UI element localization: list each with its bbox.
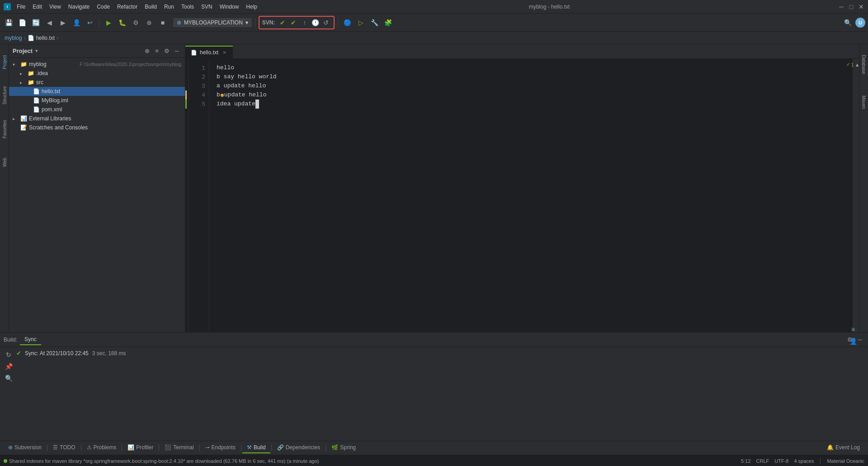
tab-web[interactable]: Web (0, 147, 9, 178)
code-content[interactable]: hello b say hello world a update hello b… (209, 59, 853, 332)
run-config-btn[interactable]: ▷ (355, 17, 367, 29)
user-avatar[interactable]: U (855, 18, 865, 28)
tree-ext-libs[interactable]: 📊 External Libraries (9, 114, 185, 123)
minimize-button[interactable]: ─ (838, 4, 844, 10)
editor-area: 📄 hello.txt ✕ 1 2 3 4 5 h (185, 44, 859, 332)
status-text: Shared indexes for maven library *org.sp… (9, 458, 319, 464)
tree-src[interactable]: 📁 src (9, 78, 185, 87)
menu-tools[interactable]: Tools (178, 3, 197, 11)
tab-sep-1 (47, 445, 47, 451)
tab-build[interactable]: ⚒ Build (242, 442, 270, 453)
undo-button[interactable]: ↩ (84, 17, 96, 29)
tab-event-log[interactable]: 🔔 Event Log (822, 442, 864, 453)
maximize-button[interactable]: □ (848, 4, 854, 10)
status-message[interactable]: Shared indexes for maven library *org.sp… (4, 458, 319, 464)
forward-button[interactable]: ▶ (57, 17, 69, 29)
back-button[interactable]: ◀ (43, 17, 55, 29)
sync-tab[interactable]: Sync (20, 334, 41, 345)
tree-myblog-iml[interactable]: 📄 MyBlog.iml (9, 96, 185, 105)
run-button[interactable]: ▶ (103, 17, 114, 29)
svn-right-btn-2[interactable]: 👤 (848, 336, 858, 346)
tab-close-btn[interactable]: ✕ (221, 49, 227, 56)
breadcrumb-myblog[interactable]: myblog (5, 35, 22, 41)
status-theme[interactable]: Material Oceanic (827, 458, 864, 464)
tab-database[interactable]: Database (860, 46, 868, 82)
iml-label: MyBlog.iml (42, 97, 181, 104)
tab-endpoints[interactable]: ⇀ Endpoints (201, 442, 240, 453)
sync-button[interactable]: 🔄 (30, 17, 42, 29)
hide-panel-btn[interactable]: ─ (172, 47, 181, 56)
svn-history-button[interactable]: 🕐 (310, 18, 320, 28)
menu-edit[interactable]: Edit (29, 3, 45, 11)
new-file-button[interactable]: 📄 (16, 17, 28, 29)
build-icon: ⚒ (247, 444, 252, 451)
close-button[interactable]: ✕ (858, 4, 864, 10)
settings-btn[interactable]: ⚙ (162, 47, 171, 56)
status-bar: Shared indexes for maven library *org.sp… (0, 455, 868, 466)
editor-tabs: 📄 hello.txt ✕ (185, 44, 859, 59)
save-all-button[interactable]: 💾 (3, 17, 14, 29)
tab-dependencies[interactable]: 🔗 Dependencies (273, 442, 325, 453)
search-button[interactable]: 🔍 (842, 17, 854, 29)
menu-navigate[interactable]: Navigate (65, 3, 93, 11)
menu-file[interactable]: File (14, 3, 28, 11)
tree-pom-xml[interactable]: 📄 pom.xml (9, 105, 185, 114)
search-everywhere-btn[interactable]: 🔵 (341, 17, 353, 29)
svn-push-button[interactable]: ↑ (299, 18, 309, 28)
profile-run-button[interactable]: ⊕ (143, 17, 155, 29)
status-indent[interactable]: 4 spaces (794, 458, 814, 464)
tree-idea[interactable]: 📁 .idea (9, 69, 185, 78)
spring-icon: 🌿 (331, 444, 338, 451)
tab-spring[interactable]: 🌿 Spring (327, 442, 360, 453)
refresh-btn[interactable]: ↻ (4, 350, 14, 360)
menu-build[interactable]: Build (142, 3, 160, 11)
svn-revert-button[interactable]: ↺ (321, 18, 331, 28)
editor-tab-hello[interactable]: 📄 hello.txt ✕ (185, 46, 233, 58)
status-encoding[interactable]: UTF-8 (774, 458, 788, 464)
code-editor[interactable]: 1 2 3 4 5 hello b say hello world a upda… (185, 59, 859, 332)
stop-button[interactable]: ■ (157, 17, 169, 29)
tools-btn[interactable]: 🔧 (368, 17, 380, 29)
tab-subversion[interactable]: ⊕ Subversion (4, 442, 46, 453)
inspect-btn[interactable]: 🔍 (4, 373, 14, 383)
menu-svn[interactable]: SVN (198, 3, 216, 11)
coverage-button[interactable]: ⚙ (130, 17, 142, 29)
svn-commit-button[interactable]: ✔ (278, 18, 288, 28)
menu-run[interactable]: Run (161, 3, 177, 11)
debug-button[interactable]: 🐛 (116, 17, 128, 29)
tab-favorites[interactable]: Favorites (0, 113, 9, 145)
build-label-tab: Build (254, 444, 266, 451)
tab-sep-6 (241, 445, 241, 451)
build-label: Build: (4, 337, 17, 343)
tree-hello-txt[interactable]: 📄 hello.txt (9, 87, 185, 96)
svn-update-button[interactable]: ✔ (288, 18, 298, 28)
tab-file-icon: 📄 (191, 50, 197, 56)
menu-view[interactable]: View (46, 3, 64, 11)
tree-root[interactable]: 📁 myblog F:\Software\Idea2020.1\project\… (9, 60, 185, 69)
pin-btn[interactable]: 📌 (4, 361, 14, 371)
tab-terminal[interactable]: ⬛ Terminal (160, 442, 198, 453)
tab-maven[interactable]: Maven (860, 84, 868, 120)
status-position[interactable]: 5:12 (741, 458, 750, 464)
svn-right-btn-1[interactable]: ≡ (848, 324, 858, 334)
tab-project[interactable]: Project (0, 46, 9, 78)
plugin-btn-1[interactable]: 🧩 (382, 17, 394, 29)
code-line-3: a update hello (217, 81, 845, 90)
tab-sep-3 (122, 445, 122, 451)
branch-selector[interactable]: ⊕ MYBLOGAPPLICATION ▾ (173, 18, 252, 27)
tab-profiler[interactable]: 📊 Profiler (123, 442, 158, 453)
menu-help[interactable]: Help (243, 3, 260, 11)
status-line-ending[interactable]: CRLF (756, 458, 769, 464)
collapse-all-btn[interactable]: ≡ (152, 47, 161, 56)
tree-scratches[interactable]: 📝 Scratches and Consoles (9, 123, 185, 132)
menu-refactor[interactable]: Refactor (114, 3, 141, 11)
menu-window[interactable]: Window (217, 3, 242, 11)
locate-file-btn[interactable]: ⊕ (142, 47, 151, 56)
root-path: F:\Software\Idea2020.1\project\svnpro\my… (80, 62, 181, 67)
breadcrumb-file-icon: 📄 (28, 35, 34, 41)
menu-code[interactable]: Code (94, 3, 113, 11)
tab-structure[interactable]: Structure (0, 80, 9, 111)
tab-todo[interactable]: ☰ TODO (48, 442, 80, 453)
tab-problems[interactable]: ⚠ Problems (82, 442, 121, 453)
users-button[interactable]: 👤 (71, 17, 82, 29)
